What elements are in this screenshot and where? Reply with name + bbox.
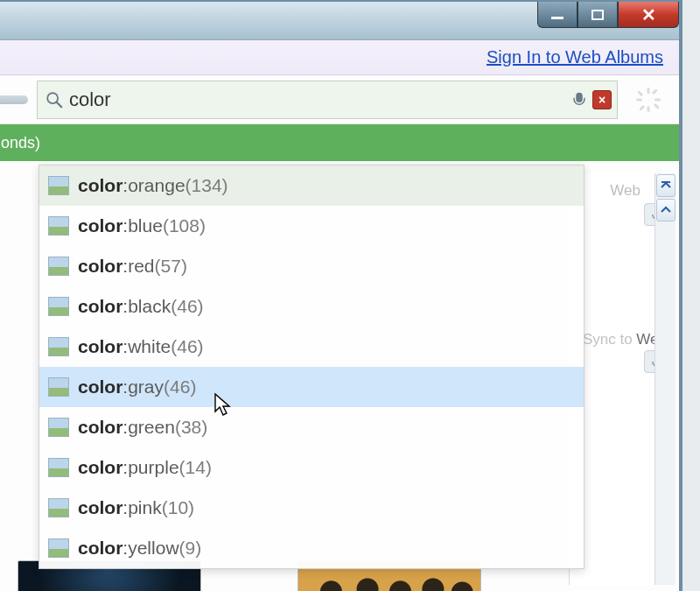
- svg-rect-9: [639, 104, 645, 110]
- suggestion-prefix: color: [78, 376, 122, 398]
- photo-icon: [48, 538, 69, 558]
- suggestion-value: green: [128, 417, 175, 438]
- suggestion-prefix: color: [78, 296, 122, 317]
- svg-rect-4: [636, 98, 642, 101]
- suggestion-item[interactable]: color:green (38): [39, 407, 584, 447]
- search-suggestions: color:orange (134)color:blue (108)color:…: [38, 165, 584, 569]
- svg-rect-6: [637, 90, 643, 96]
- search-icon: [45, 90, 64, 109]
- close-icon: ✕: [641, 6, 656, 24]
- left-handle: [0, 95, 28, 104]
- suggestion-prefix: color: [78, 457, 122, 478]
- photo-icon: [48, 498, 69, 517]
- suggestion-value: purple: [128, 457, 178, 478]
- maximize-icon: [592, 10, 604, 20]
- minimize-button[interactable]: [537, 2, 578, 28]
- svg-rect-7: [654, 102, 660, 109]
- app-window: ✕ Sign In to Web Albums ×: [0, 0, 682, 591]
- search-row: ×: [0, 75, 679, 124]
- voice-search-button[interactable]: [570, 90, 589, 109]
- svg-rect-3: [648, 106, 650, 112]
- suggestion-count: (57): [155, 256, 187, 277]
- suggestion-value: red: [128, 256, 154, 277]
- minimize-icon: [551, 17, 564, 19]
- suggestion-prefix: color: [78, 215, 122, 236]
- suggestion-count: (46): [171, 336, 203, 357]
- voice-icon: [571, 92, 587, 108]
- svg-rect-5: [654, 98, 661, 101]
- suggestion-item[interactable]: color:purple (14): [39, 447, 584, 488]
- status-text-fragment: onds): [0, 134, 40, 152]
- suggestion-prefix: color: [78, 256, 122, 277]
- svg-rect-8: [652, 88, 658, 95]
- suggestion-item[interactable]: color:black (46): [39, 286, 584, 327]
- suggestion-item[interactable]: color:yellow (9): [39, 528, 584, 568]
- suggestion-item[interactable]: color:blue (108): [39, 206, 584, 246]
- x-icon: ×: [598, 93, 606, 107]
- suggestion-value: gray: [128, 376, 164, 398]
- suggestion-count: (134): [186, 175, 228, 196]
- clear-search-button[interactable]: ×: [592, 90, 612, 109]
- scroll-top-button[interactable]: [656, 174, 676, 197]
- photo-icon: [48, 418, 69, 437]
- maximize-button[interactable]: [578, 2, 618, 28]
- suggestion-prefix: color: [78, 175, 122, 196]
- spinner-icon: [635, 87, 662, 113]
- suggestion-prefix: color: [78, 336, 122, 357]
- chevron-up-icon: [661, 205, 671, 215]
- right-panel: Web Sync to Web: [569, 173, 676, 585]
- suggestion-count: (38): [175, 417, 207, 438]
- scroll-track[interactable]: [655, 222, 676, 585]
- suggestion-value: white: [128, 336, 171, 357]
- suggestion-item[interactable]: color:gray (46): [39, 367, 584, 407]
- suggestion-item[interactable]: color:white (46): [39, 327, 584, 367]
- suggestion-item[interactable]: color:red (57): [39, 246, 584, 286]
- search-box[interactable]: ×: [37, 81, 618, 119]
- search-input[interactable]: [69, 88, 566, 111]
- scrollbar[interactable]: [654, 173, 676, 585]
- suggestion-prefix: color: [78, 538, 122, 559]
- suggestion-value: orange: [128, 175, 185, 196]
- photo-icon: [48, 297, 69, 316]
- suggestion-prefix: color: [78, 417, 122, 438]
- photo-icon: [48, 458, 69, 477]
- window-controls: ✕: [537, 2, 679, 28]
- scroll-up-button[interactable]: [656, 199, 676, 222]
- photo-icon: [48, 377, 69, 397]
- titlebar: ✕: [0, 2, 679, 40]
- svg-line-1: [57, 102, 62, 107]
- loading-spinner: [625, 81, 672, 119]
- suggestion-count: (10): [162, 497, 194, 518]
- photo-icon: [48, 176, 69, 195]
- suggestion-item[interactable]: color:pink (10): [39, 488, 584, 528]
- suggestion-count: (108): [163, 215, 206, 236]
- suggestion-value: pink: [128, 497, 162, 518]
- suggestion-value: yellow: [128, 538, 178, 559]
- suggestion-prefix: color: [78, 497, 122, 518]
- close-button[interactable]: ✕: [618, 2, 679, 28]
- sign-in-link[interactable]: Sign In to Web Albums: [486, 47, 663, 67]
- suggestion-count: (14): [179, 457, 212, 478]
- suggestion-value: black: [128, 296, 171, 317]
- status-bar: onds): [0, 124, 679, 161]
- link-bar: Sign In to Web Albums: [0, 40, 679, 75]
- svg-rect-2: [648, 88, 650, 94]
- suggestion-count: (46): [164, 376, 196, 398]
- photo-icon: [48, 257, 69, 276]
- photo-icon: [48, 337, 69, 356]
- suggestion-count: (46): [171, 296, 203, 317]
- suggestion-count: (9): [179, 538, 202, 559]
- suggestion-value: blue: [128, 215, 163, 236]
- suggestion-item[interactable]: color:orange (134): [39, 165, 584, 206]
- photo-icon: [48, 216, 69, 236]
- scroll-top-icon: [661, 180, 671, 191]
